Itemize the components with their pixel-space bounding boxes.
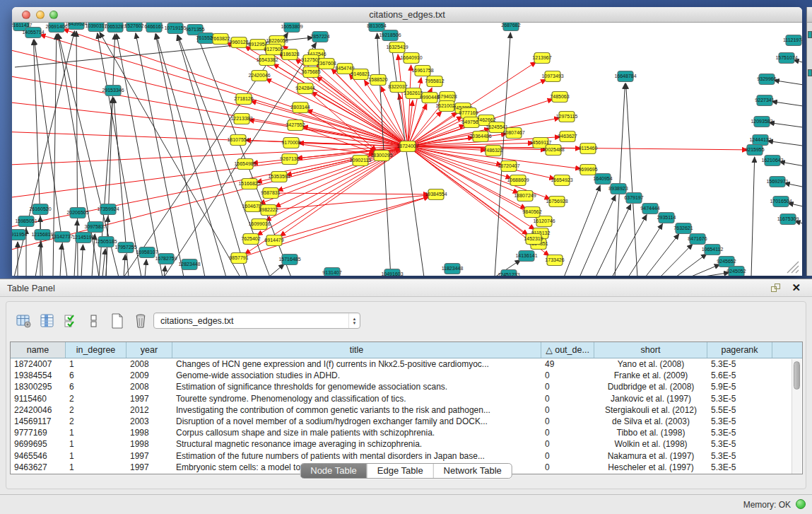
graph-node[interactable]: 12451233: [498, 270, 519, 276]
graph-node[interactable]: 12823448: [178, 259, 200, 270]
network-canvas[interactable]: 1872400721611437140557142069140618439524…: [12, 23, 802, 276]
graph-node[interactable]: 9990448: [420, 93, 439, 103]
column-header-short[interactable]: short: [594, 342, 707, 358]
graph-edge[interactable]: [596, 204, 631, 276]
graph-node[interactable]: 10025488: [542, 145, 564, 156]
graph-edge[interactable]: [690, 264, 720, 276]
graph-edge[interactable]: [271, 193, 429, 194]
graph-node[interactable]: 20902113: [350, 156, 372, 166]
graph-edge[interactable]: [767, 141, 802, 147]
graph-node[interactable]: 16782759: [155, 254, 177, 264]
graph-node[interactable]: 12505185: [95, 237, 117, 247]
show-columns-button[interactable]: [38, 312, 57, 330]
table-scrollbar[interactable]: [792, 359, 801, 474]
graph-edge[interactable]: [177, 35, 247, 276]
graph-edge[interactable]: [60, 244, 61, 276]
table-scrollbar-thumb[interactable]: [794, 361, 800, 390]
graph-node[interactable]: 7632621: [673, 223, 693, 234]
column-header-in_degree[interactable]: in_degree: [66, 342, 126, 358]
graph-edge[interactable]: [12, 146, 408, 256]
graph-edge[interactable]: [102, 249, 105, 276]
graph-node[interactable]: 30975837: [84, 222, 106, 233]
graph-node[interactable]: 9215955: [745, 145, 764, 156]
graph-node[interactable]: 1527602: [124, 23, 143, 32]
graph-node[interactable]: 2367608: [317, 59, 336, 69]
graph-edge[interactable]: [100, 33, 240, 276]
graph-node[interactable]: 20691406: [45, 23, 67, 33]
graph-node[interactable]: 3427552: [286, 120, 305, 131]
graph-node[interactable]: 10807467: [502, 128, 524, 139]
graph-edge[interactable]: [145, 259, 146, 276]
graph-node[interactable]: 16648784: [614, 71, 636, 82]
graph-node[interactable]: 8982222: [259, 205, 278, 216]
graph-node[interactable]: 8471676: [688, 234, 707, 245]
graph-node[interactable]: 12975115: [556, 112, 578, 122]
graph-node[interactable]: 7857224: [310, 32, 329, 42]
graph-node[interactable]: 1213967: [532, 53, 551, 64]
graph-node[interactable]: 22420046: [248, 71, 270, 81]
column-header-name[interactable]: name: [11, 342, 66, 358]
graph-edge[interactable]: [391, 42, 424, 276]
graph-edge[interactable]: [788, 203, 802, 209]
graph-edge[interactable]: [615, 83, 625, 276]
graph-node[interactable]: 15751074: [775, 53, 797, 64]
graph-node[interactable]: 18107554: [227, 135, 249, 146]
create-column-button[interactable]: [108, 312, 126, 330]
graph-edge[interactable]: [626, 83, 637, 276]
graph-node[interactable]: 19218506: [379, 30, 401, 41]
graph-node[interactable]: 8938923: [608, 184, 628, 194]
graph-node[interactable]: 9840562: [522, 207, 541, 218]
column-visibility-button[interactable]: [61, 312, 80, 330]
graph-node[interactable]: 16210643: [761, 156, 783, 166]
column-header-year[interactable]: year: [126, 342, 172, 358]
graph-node[interactable]: 15985051: [15, 216, 37, 227]
graph-node[interactable]: 9474444: [640, 204, 659, 214]
graph-node[interactable]: 26160520: [29, 204, 51, 215]
graph-node[interactable]: 1588520: [368, 75, 387, 86]
table-row[interactable]: 911546021997Tourette syndrome. Phenomeno…: [11, 393, 802, 404]
graph-node[interactable]: 10653287: [104, 23, 126, 33]
graph-node[interactable]: 9960128: [229, 37, 248, 48]
graph-edge[interactable]: [274, 197, 429, 240]
graph-node[interactable]: 9115460: [579, 144, 598, 154]
graph-node[interactable]: 14136141: [515, 251, 537, 262]
graph-node[interactable]: 6379197: [624, 193, 643, 204]
graph-node[interactable]: 12213383: [230, 114, 252, 124]
graph-node[interactable]: 9245052: [726, 267, 746, 276]
graph-node[interactable]: 9227341: [755, 95, 774, 106]
graph-node[interactable]: 16654923: [551, 175, 572, 186]
graph-node[interactable]: 18724007: [396, 141, 418, 152]
graph-node[interactable]: 10973493: [541, 71, 563, 82]
graph-node[interactable]: 9170008: [281, 138, 300, 148]
graph-edge[interactable]: [269, 195, 429, 210]
graph-node[interactable]: 9242844: [295, 83, 314, 94]
table-row[interactable]: 977716911998Corpus callosum shape and si…: [11, 427, 802, 438]
graph-node[interactable]: 9245652: [717, 257, 736, 267]
graph-node[interactable]: 20206505: [66, 208, 88, 218]
graph-node[interactable]: 1640954: [593, 174, 612, 185]
graph-node[interactable]: 12444132: [749, 135, 771, 146]
graph-node[interactable]: 16325419: [386, 42, 408, 53]
graph-node[interactable]: 17957255: [114, 243, 136, 253]
graph-edge[interactable]: [124, 255, 125, 276]
graph-edge[interactable]: [612, 215, 647, 276]
graph-edge[interactable]: [564, 185, 600, 276]
graph-node[interactable]: 18720407: [498, 161, 519, 172]
graph-node[interactable]: 11823448: [442, 264, 464, 274]
graph-node[interactable]: 7486322: [483, 146, 502, 156]
tab-edge-table[interactable]: Edge Table: [367, 464, 434, 478]
graph-node[interactable]: 20364486: [469, 132, 491, 142]
graph-node[interactable]: 16099016: [248, 219, 270, 230]
graph-node[interactable]: 17016504: [770, 197, 792, 207]
graph-edge[interactable]: [772, 101, 802, 107]
graph-node[interactable]: 17359924: [97, 204, 119, 215]
graph-node[interactable]: 15654985: [234, 159, 256, 170]
graph-edge[interactable]: [99, 98, 112, 276]
graph-node[interactable]: 10719155: [164, 23, 186, 34]
graph-node[interactable]: 2803144: [290, 103, 310, 113]
graph-node[interactable]: 16543382: [256, 55, 278, 66]
graph-node[interactable]: 3911954: [12, 230, 27, 240]
graph-node[interactable]: 18807249: [514, 191, 536, 201]
graph-node[interactable]: 15166825: [238, 179, 260, 189]
graph-node[interactable]: 10654112: [702, 245, 724, 255]
